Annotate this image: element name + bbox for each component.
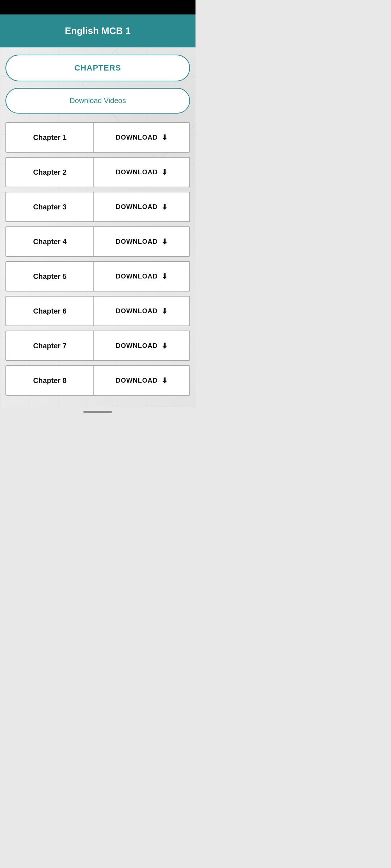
chapter-1-name-button[interactable]: Chapter 1 <box>6 123 94 152</box>
chapter-2-download-icon: ⬇ <box>161 168 168 176</box>
chapter-7-download-button[interactable]: DOWNLOAD⬇ <box>94 331 189 360</box>
chapter-6-download-button[interactable]: DOWNLOAD⬇ <box>94 297 189 326</box>
chapter-5-download-icon: ⬇ <box>161 272 168 281</box>
chapter-row-4: Chapter 4DOWNLOAD⬇ <box>5 226 190 257</box>
chapter-1-download-label: DOWNLOAD <box>116 134 158 141</box>
chapter-1-download-icon: ⬇ <box>161 133 168 142</box>
chapter-4-download-icon: ⬇ <box>161 237 168 246</box>
status-bar <box>0 0 196 14</box>
chapter-3-name-button[interactable]: Chapter 3 <box>6 192 94 221</box>
chapter-5-download-label: DOWNLOAD <box>116 273 158 280</box>
chapter-4-name-button[interactable]: Chapter 4 <box>6 227 94 256</box>
chapter-row-6: Chapter 6DOWNLOAD⬇ <box>5 296 190 326</box>
chapter-row-8: Chapter 8DOWNLOAD⬇ <box>5 365 190 396</box>
chapter-4-download-button[interactable]: DOWNLOAD⬇ <box>94 227 189 256</box>
chapter-3-download-icon: ⬇ <box>161 203 168 211</box>
chapter-row-3: Chapter 3DOWNLOAD⬇ <box>5 192 190 222</box>
chapter-row-1: Chapter 1DOWNLOAD⬇ <box>5 122 190 153</box>
chapter-8-download-icon: ⬇ <box>161 376 168 385</box>
chapter-8-download-label: DOWNLOAD <box>116 377 158 384</box>
chapter-7-download-label: DOWNLOAD <box>116 342 158 350</box>
app-title: English MCB 1 <box>65 25 131 36</box>
chapter-1-download-button[interactable]: DOWNLOAD⬇ <box>94 123 189 152</box>
chapter-2-download-button[interactable]: DOWNLOAD⬇ <box>94 158 189 187</box>
chapter-6-download-label: DOWNLOAD <box>116 307 158 315</box>
chapter-6-download-icon: ⬇ <box>161 307 168 315</box>
chapter-2-download-label: DOWNLOAD <box>116 169 158 176</box>
chapter-3-download-label: DOWNLOAD <box>116 203 158 211</box>
chapter-row-2: Chapter 2DOWNLOAD⬇ <box>5 157 190 187</box>
chapter-8-name-button[interactable]: Chapter 8 <box>6 366 94 395</box>
chapter-6-name-button[interactable]: Chapter 6 <box>6 297 94 326</box>
chapter-4-download-label: DOWNLOAD <box>116 238 158 246</box>
chapters-button[interactable]: CHAPTERS <box>5 55 190 81</box>
chapter-7-download-icon: ⬇ <box>161 341 168 350</box>
chapter-5-download-button[interactable]: DOWNLOAD⬇ <box>94 262 189 291</box>
chapter-7-name-button[interactable]: Chapter 7 <box>6 331 94 360</box>
chapter-2-name-button[interactable]: Chapter 2 <box>6 158 94 187</box>
download-videos-button[interactable]: Download Videos <box>5 88 190 114</box>
chapter-8-download-button[interactable]: DOWNLOAD⬇ <box>94 366 189 395</box>
chapter-3-download-button[interactable]: DOWNLOAD⬇ <box>94 192 189 221</box>
chapters-list: Chapter 1DOWNLOAD⬇Chapter 2DOWNLOAD⬇Chap… <box>5 122 190 396</box>
bottom-bar <box>0 407 196 418</box>
app-header: English MCB 1 <box>0 14 196 47</box>
home-indicator <box>83 411 112 413</box>
chapter-row-5: Chapter 5DOWNLOAD⬇ <box>5 261 190 292</box>
chapter-row-7: Chapter 7DOWNLOAD⬇ <box>5 331 190 361</box>
main-content: CHAPTERS Download Videos Chapter 1DOWNLO… <box>0 47 196 407</box>
chapter-5-name-button[interactable]: Chapter 5 <box>6 262 94 291</box>
